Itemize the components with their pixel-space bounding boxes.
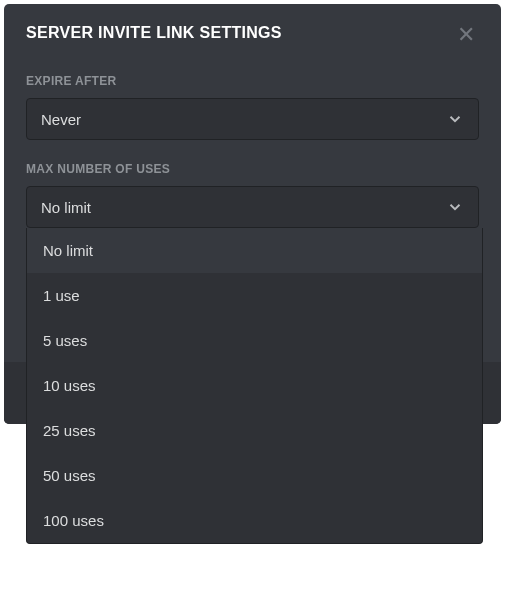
max-uses-field: MAX NUMBER OF USES No limit No limit 1 u… [26,162,479,228]
expire-after-label: EXPIRE AFTER [26,74,479,88]
dropdown-option[interactable]: 10 uses [27,363,482,408]
dropdown-option[interactable]: 5 uses [27,318,482,363]
max-uses-label: MAX NUMBER OF USES [26,162,479,176]
dropdown-option[interactable]: 25 uses [27,408,482,453]
chevron-down-icon [446,110,464,128]
dropdown-option[interactable]: 100 uses [27,498,482,543]
expire-after-field: EXPIRE AFTER Never [26,74,479,140]
modal-title: SERVER INVITE LINK SETTINGS [26,24,282,42]
max-uses-dropdown-container: No limit No limit 1 use 5 uses 10 uses 2… [26,186,479,228]
expire-after-value: Never [41,111,81,128]
dropdown-option[interactable]: 1 use [27,273,482,318]
max-uses-dropdown-menu: No limit 1 use 5 uses 10 uses 25 uses 50… [26,228,483,544]
close-icon[interactable]: ✕ [453,24,479,46]
dropdown-option[interactable]: 50 uses [27,453,482,498]
expire-after-select[interactable]: Never [26,98,479,140]
chevron-down-icon [446,198,464,216]
max-uses-value: No limit [41,199,91,216]
modal-header: SERVER INVITE LINK SETTINGS ✕ [26,24,479,46]
invite-settings-modal: SERVER INVITE LINK SETTINGS ✕ EXPIRE AFT… [4,4,501,424]
max-uses-select[interactable]: No limit [26,186,479,228]
dropdown-option[interactable]: No limit [27,228,482,273]
